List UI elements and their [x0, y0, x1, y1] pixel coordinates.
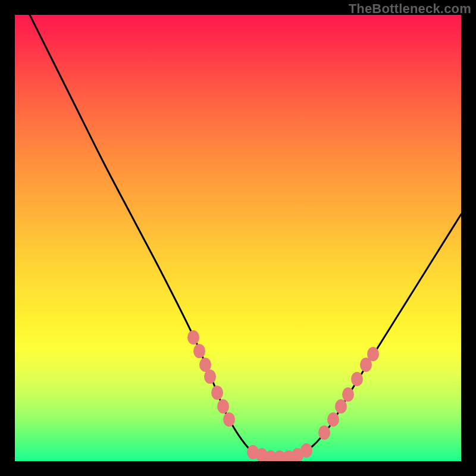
chart-frame: TheBottleneck.com	[0, 0, 476, 476]
marker-dot	[193, 344, 205, 358]
marker-dot	[327, 412, 339, 427]
marker-dot	[300, 443, 312, 458]
curve-layer	[30, 15, 461, 458]
marker-dot	[217, 399, 229, 414]
marker-dot	[204, 369, 216, 384]
bottleneck-curve	[30, 15, 461, 458]
marker-dot	[342, 387, 354, 402]
markers-layer	[187, 330, 379, 461]
marker-dot	[318, 425, 330, 440]
marker-dot	[211, 386, 223, 400]
marker-dot	[351, 372, 363, 386]
attribution-label: TheBottleneck.com	[349, 1, 471, 17]
plot-area	[15, 15, 461, 461]
marker-dot	[367, 347, 379, 361]
marker-dot	[335, 399, 347, 414]
chart-svg	[15, 15, 461, 461]
marker-dot	[187, 330, 199, 345]
marker-dot	[223, 412, 235, 427]
